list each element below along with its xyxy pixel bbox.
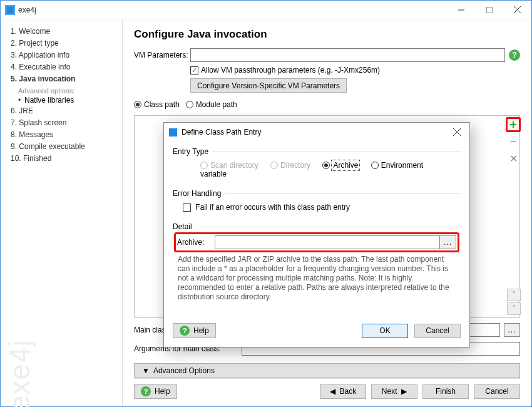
- fail-on-error-label: Fail if an error occurs with this class …: [195, 203, 350, 212]
- app-icon: [6, 6, 14, 14]
- sidebar-step-application-info[interactable]: 3. Application info: [7, 49, 116, 61]
- maximize-icon: [486, 7, 493, 13]
- next-button[interactable]: Next ▶: [371, 384, 417, 399]
- archive-label: Archive:: [177, 238, 215, 247]
- archive-description: Add the specified JAR or ZIP archive to …: [178, 255, 456, 302]
- sidebar-step-compile[interactable]: 9. Compile executable: [7, 141, 116, 153]
- sidebar-advanced-label: Advanced options:: [7, 85, 116, 95]
- allow-passthrough-label: Allow VM passthrough parameters (e.g. -J…: [201, 66, 380, 75]
- edit-classpath-entry-button[interactable]: −: [506, 134, 521, 149]
- entry-type-scan-radio[interactable]: Scan directory: [200, 161, 258, 170]
- x-icon: ✕: [509, 153, 518, 165]
- back-button[interactable]: ◀ Back: [320, 384, 366, 399]
- dialog-close-button[interactable]: [449, 127, 464, 138]
- finish-button[interactable]: Finish: [422, 384, 469, 399]
- entry-type-archive-radio[interactable]: Archive: [322, 161, 359, 170]
- vm-params-input[interactable]: [190, 48, 505, 62]
- sidebar-adv-native-libraries[interactable]: Native libraries: [7, 95, 116, 105]
- sidebar-step-messages[interactable]: 8. Messages: [7, 129, 116, 141]
- classpath-radio[interactable]: Class path: [134, 100, 180, 109]
- sidebar-step-welcome[interactable]: 1. Welcome: [7, 26, 116, 38]
- help-circle-icon: ?: [141, 386, 151, 396]
- main-class-browse-button[interactable]: ...: [504, 323, 520, 337]
- dialog-title: Define Class Path Entry: [182, 128, 261, 137]
- sidebar-step-java-invocation[interactable]: 5. Java invocation: [7, 73, 116, 85]
- chevron-down-icon: ˅: [512, 304, 516, 313]
- sidebar-step-executable-info[interactable]: 4. Executable info: [7, 61, 116, 73]
- help-icon[interactable]: ?: [509, 49, 520, 61]
- main-window: exe4j 1. Welcome 2. Project type 3. Appl…: [0, 0, 532, 407]
- entry-type-legend: Entry Type: [173, 147, 212, 156]
- vm-params-label: VM Parameters:: [134, 51, 190, 59]
- sidebar-step-finished[interactable]: 10. Finished: [7, 153, 116, 165]
- fail-on-error-checkbox[interactable]: [183, 204, 191, 212]
- close-icon: [514, 6, 521, 13]
- cancel-button[interactable]: Cancel: [474, 384, 520, 399]
- sidebar-step-project-type[interactable]: 2. Project type: [7, 38, 116, 49]
- close-icon: [453, 128, 461, 136]
- add-classpath-entry-button[interactable]: +: [506, 117, 521, 132]
- minimize-icon: [458, 7, 464, 13]
- allow-passthrough-checkbox[interactable]: [190, 66, 198, 75]
- titlebar: exe4j: [1, 1, 531, 19]
- archive-input[interactable]: [215, 235, 440, 249]
- dialog-titlebar: Define Class Path Entry: [164, 123, 469, 142]
- window-title: exe4j: [18, 6, 36, 14]
- detail-legend: Detail: [173, 222, 196, 231]
- page-title: Configure Java invocation: [134, 28, 520, 41]
- wizard-sidebar: 1. Welcome 2. Project type 3. Applicatio…: [1, 19, 123, 406]
- modulepath-radio[interactable]: Module path: [186, 100, 237, 109]
- maximize-button[interactable]: [475, 1, 503, 19]
- dialog-help-button[interactable]: ? Help: [173, 323, 216, 338]
- dialog-ok-button[interactable]: OK: [362, 324, 408, 338]
- minus-icon: −: [510, 135, 517, 148]
- remove-classpath-entry-button[interactable]: ✕: [506, 151, 521, 166]
- help-circle-icon: ?: [180, 326, 190, 336]
- triangle-down-icon: ▼: [142, 366, 150, 375]
- define-classpath-entry-dialog: Define Class Path Entry Entry Type Scan …: [163, 122, 470, 348]
- dialog-cancel-button[interactable]: Cancel: [414, 324, 461, 338]
- configure-version-params-button[interactable]: Configure Version-Specific VM Parameters: [190, 78, 347, 93]
- move-up-button[interactable]: ˄: [507, 289, 521, 301]
- advanced-options-expander[interactable]: ▼ Advanced Options: [134, 363, 520, 378]
- error-handling-legend: Error Handling: [173, 189, 225, 198]
- plus-icon: +: [509, 119, 517, 130]
- archive-row-highlight: Archive: ...: [174, 232, 459, 252]
- chevron-up-icon: ˄: [512, 291, 516, 299]
- entry-type-directory-radio[interactable]: Directory: [270, 161, 310, 170]
- move-down-button[interactable]: ˅: [507, 302, 521, 315]
- sidebar-step-jre[interactable]: 6. JRE: [7, 105, 116, 117]
- sidebar-step-splash[interactable]: 7. Splash screen: [7, 117, 116, 129]
- dialog-app-icon: [169, 128, 177, 137]
- help-button[interactable]: ? Help: [134, 384, 177, 399]
- archive-browse-button[interactable]: ...: [440, 235, 456, 249]
- close-button[interactable]: [503, 1, 531, 19]
- svg-rect-1: [486, 7, 493, 13]
- minimize-button[interactable]: [447, 1, 475, 19]
